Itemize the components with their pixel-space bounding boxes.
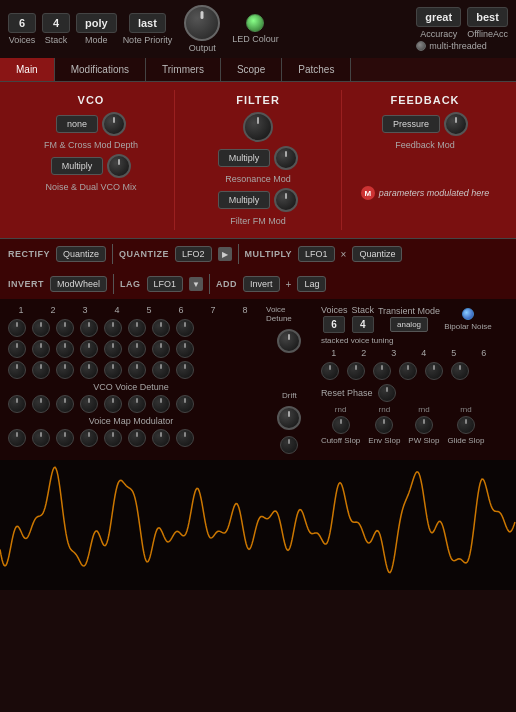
voice-map-k2[interactable] bbox=[32, 395, 50, 413]
vco-knob1[interactable] bbox=[102, 112, 126, 136]
rectify-label: RECTIFY bbox=[8, 249, 50, 259]
vco-detune2-k2[interactable] bbox=[32, 340, 50, 358]
offlineacc-value[interactable]: best bbox=[467, 7, 508, 27]
pw-slop-knob[interactable] bbox=[415, 416, 433, 434]
accuracy-value[interactable]: great bbox=[416, 7, 461, 27]
vco-detune-k6[interactable] bbox=[128, 319, 146, 337]
voice-map-k6[interactable] bbox=[128, 395, 146, 413]
vco-detune3-k2[interactable] bbox=[32, 361, 50, 379]
vco-detune2-k8[interactable] bbox=[176, 340, 194, 358]
voice-map-k3[interactable] bbox=[56, 395, 74, 413]
filter-knob1[interactable] bbox=[274, 146, 298, 170]
sv-k1[interactable] bbox=[321, 362, 339, 380]
tab-trimmers[interactable]: Trimmers bbox=[146, 58, 221, 81]
modulated-text: parameters modulated here bbox=[379, 188, 490, 198]
drift-tiny-knob[interactable] bbox=[280, 436, 298, 454]
sv-k4[interactable] bbox=[399, 362, 417, 380]
multiply-dropdown2[interactable]: Quantize bbox=[352, 246, 402, 262]
transient-btn[interactable]: analog bbox=[390, 317, 428, 332]
voice-map2-k3[interactable] bbox=[56, 429, 74, 447]
vco-detune2-k7[interactable] bbox=[152, 340, 170, 358]
multithreaded-indicator[interactable] bbox=[416, 41, 426, 51]
tab-scope[interactable]: Scope bbox=[221, 58, 282, 81]
add-dropdown2[interactable]: Lag bbox=[297, 276, 326, 292]
vco-detune3-k1[interactable] bbox=[8, 361, 26, 379]
voice-map2-k7[interactable] bbox=[152, 429, 170, 447]
voice-detune-knob[interactable] bbox=[277, 329, 301, 353]
vco-detune-k8[interactable] bbox=[176, 319, 194, 337]
vco-detune2-k4[interactable] bbox=[80, 340, 98, 358]
vco-detune2-k6[interactable] bbox=[128, 340, 146, 358]
drift-knob[interactable] bbox=[277, 406, 301, 430]
tab-modifications[interactable]: Modifications bbox=[55, 58, 146, 81]
vco-detune-k4[interactable] bbox=[80, 319, 98, 337]
cutoff-slop-knob[interactable] bbox=[332, 416, 350, 434]
vco-detune3-k4[interactable] bbox=[80, 361, 98, 379]
voices-r-val[interactable]: 6 bbox=[323, 316, 345, 333]
voices-value[interactable]: 6 bbox=[8, 13, 36, 33]
feedback-btn1[interactable]: Pressure bbox=[382, 115, 440, 133]
note-priority-value[interactable]: last bbox=[129, 13, 166, 33]
lag-arrow[interactable]: ▼ bbox=[189, 277, 203, 291]
rectify-dropdown[interactable]: Quantize bbox=[56, 246, 106, 262]
output-knob[interactable] bbox=[184, 5, 220, 41]
tab-main[interactable]: Main bbox=[0, 58, 55, 81]
voice-map2-k8[interactable] bbox=[176, 429, 194, 447]
stack-value[interactable]: 4 bbox=[42, 13, 70, 33]
vco-detune3-k6[interactable] bbox=[128, 361, 146, 379]
invert-dropdown[interactable]: ModWheel bbox=[50, 276, 107, 292]
filter-knob-top[interactable] bbox=[243, 112, 273, 142]
voice-map2-k1[interactable] bbox=[8, 429, 26, 447]
voice-map-k5[interactable] bbox=[104, 395, 122, 413]
vco-detune2-k3[interactable] bbox=[56, 340, 74, 358]
glide-slop-knob[interactable] bbox=[457, 416, 475, 434]
stack-r-val[interactable]: 4 bbox=[352, 316, 374, 333]
vco-detune-k7[interactable] bbox=[152, 319, 170, 337]
led-dot[interactable] bbox=[246, 14, 264, 32]
quantize-label: QUANTIZE bbox=[119, 249, 169, 259]
quantize-dropdown[interactable]: LFO2 bbox=[175, 246, 212, 262]
sv-k3[interactable] bbox=[373, 362, 391, 380]
vco-detune3-k5[interactable] bbox=[104, 361, 122, 379]
voice-map-k7[interactable] bbox=[152, 395, 170, 413]
waveform-display bbox=[0, 460, 516, 590]
vco-btn2[interactable]: Multiply bbox=[51, 157, 104, 175]
filter-btn2[interactable]: Multiply bbox=[218, 191, 271, 209]
vco-detune-k5[interactable] bbox=[104, 319, 122, 337]
voice-map-k8[interactable] bbox=[176, 395, 194, 413]
tab-patches[interactable]: Patches bbox=[282, 58, 351, 81]
reset-phase-knob[interactable] bbox=[378, 384, 396, 402]
filter-btn1[interactable]: Multiply bbox=[218, 149, 271, 167]
vco-label1: FM & Cross Mod Depth bbox=[44, 140, 138, 150]
voice-map2-k5[interactable] bbox=[104, 429, 122, 447]
voice-map2-k2[interactable] bbox=[32, 429, 50, 447]
voice-map-k1[interactable] bbox=[8, 395, 26, 413]
vco-detune2-k5[interactable] bbox=[104, 340, 122, 358]
multiply-dropdown1[interactable]: LFO1 bbox=[298, 246, 335, 262]
sv-k2[interactable] bbox=[347, 362, 365, 380]
feedback-title: FEEDBACK bbox=[390, 94, 459, 106]
feedback-knob1[interactable] bbox=[444, 112, 468, 136]
voice-map2-k6[interactable] bbox=[128, 429, 146, 447]
lag-dropdown[interactable]: LFO1 bbox=[147, 276, 184, 292]
sv-k5[interactable] bbox=[425, 362, 443, 380]
vco-detune3-k8[interactable] bbox=[176, 361, 194, 379]
env-slop-knob[interactable] bbox=[375, 416, 393, 434]
voice-map2-k4[interactable] bbox=[80, 429, 98, 447]
vco-detune-k1[interactable] bbox=[8, 319, 26, 337]
vco-detune2-k1[interactable] bbox=[8, 340, 26, 358]
mode-value[interactable]: poly bbox=[76, 13, 117, 33]
vco-detune3-k7[interactable] bbox=[152, 361, 170, 379]
drift-label: Drift bbox=[282, 391, 297, 400]
vco-detune-k3[interactable] bbox=[56, 319, 74, 337]
voice-map-k4[interactable] bbox=[80, 395, 98, 413]
vco-detune3-k3[interactable] bbox=[56, 361, 74, 379]
vco-knob2[interactable] bbox=[107, 154, 131, 178]
vco-detune-k2[interactable] bbox=[32, 319, 50, 337]
quantize-arrow[interactable]: ▶ bbox=[218, 247, 232, 261]
bipolar-dot[interactable] bbox=[462, 308, 474, 320]
sv-k6[interactable] bbox=[451, 362, 469, 380]
add-dropdown1[interactable]: Invert bbox=[243, 276, 280, 292]
vco-btn1[interactable]: none bbox=[56, 115, 98, 133]
filter-knob2[interactable] bbox=[274, 188, 298, 212]
